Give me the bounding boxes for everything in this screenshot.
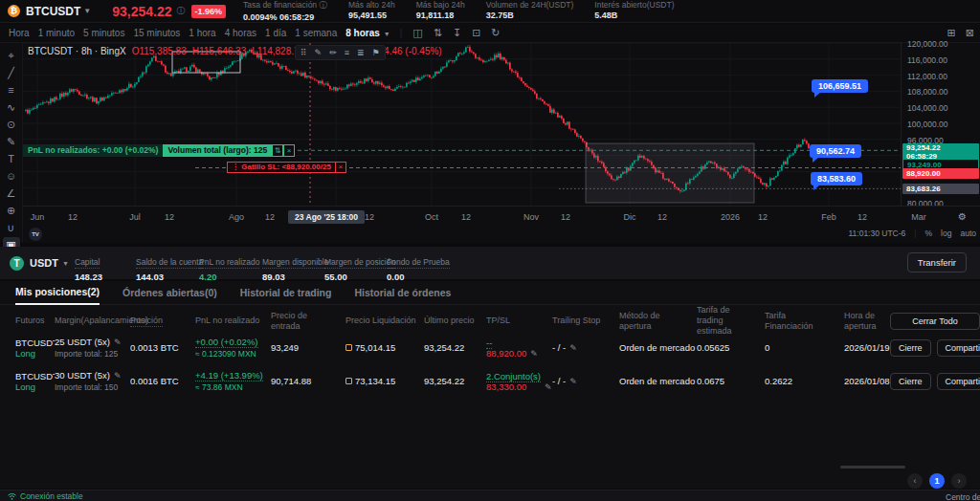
- magnet-icon[interactable]: ∪: [3, 220, 20, 235]
- refresh-icon[interactable]: ↻: [491, 27, 500, 39]
- legend-open: O115,385.83: [132, 46, 187, 56]
- futures-cell: BTCUSDTLong: [15, 371, 55, 392]
- open-time-cell: 2026/01/08 1: [844, 376, 890, 386]
- reverse-position-icon[interactable]: ⇅: [272, 144, 283, 157]
- time-axis-tick: 12: [758, 212, 768, 222]
- timeframe-4-horas[interactable]: 4 horas: [225, 28, 256, 38]
- help-center-link[interactable]: Centro de pron: [946, 492, 980, 501]
- timeframe-1-semana[interactable]: 1 semana: [295, 28, 337, 38]
- timeframe-5-minutos[interactable]: 5 minutos: [83, 28, 124, 38]
- edit-trailing-icon[interactable]: ✎: [569, 343, 577, 353]
- take-profit-value: 2.Conjunto(s): [486, 371, 541, 381]
- time-axis[interactable]: 23 Ago '25 18:00 ⚙ Jun12Jul12Ago1212Oct1…: [23, 206, 980, 227]
- tab-mis-posiciones-[interactable]: Mis posiciones(2): [15, 280, 100, 305]
- timeframe-1-minuto[interactable]: 1 minuto: [38, 28, 75, 38]
- floating-drawing-toolbar[interactable]: ⠿✎✏≡≣⚑: [295, 45, 386, 60]
- export-icon[interactable]: ↧: [453, 27, 461, 39]
- list-lines-icon[interactable]: ≣: [357, 48, 365, 57]
- text-icon[interactable]: T: [3, 151, 20, 166]
- timeframe-active[interactable]: 8 horas ▼: [345, 28, 390, 38]
- edit-margin-icon[interactable]: ✎: [114, 371, 122, 381]
- tab-historial-de-rdenes[interactable]: Historial de órdenes: [354, 281, 451, 304]
- symbol-selector[interactable]: BTCUSDT: [26, 5, 80, 18]
- pattern-icon[interactable]: ∿: [3, 99, 20, 115]
- close-all-button[interactable]: Cerrar Todo: [890, 313, 980, 330]
- layout-grid-icon[interactable]: ⊞: [947, 27, 956, 39]
- last-price: 93,254.22: [112, 4, 171, 19]
- stop-loss-line-label[interactable]: ⋮ Gatillo SL: <88,920.00/25 ×: [227, 162, 346, 173]
- brush-icon[interactable]: ✎: [3, 134, 20, 149]
- ticker-stat: Tasa de financiación ⓘ0.0094% 06:58:29: [243, 0, 327, 22]
- ticker-stat-label: Interés abierto(USDT): [594, 0, 674, 10]
- transfer-button[interactable]: Transferir: [907, 252, 967, 272]
- margin-value: 25 USDT (5x)✎: [55, 337, 124, 347]
- price-scale[interactable]: 93,254.22 06:58:29 93,249.00 88,920.00 8…: [901, 43, 980, 206]
- edit-margin-icon[interactable]: ✎: [114, 338, 122, 347]
- current-page[interactable]: 1: [929, 473, 945, 489]
- side-long: Long: [15, 348, 49, 359]
- prev-page-button[interactable]: ‹: [907, 473, 923, 489]
- share-position-button[interactable]: Compartir: [937, 339, 980, 357]
- fullscreen-icon[interactable]: ⊠: [966, 27, 974, 39]
- share-position-button[interactable]: Compartir: [937, 373, 980, 390]
- edit-tpsl-icon[interactable]: ✎: [545, 382, 552, 392]
- forecast-icon[interactable]: ⊙: [3, 117, 20, 132]
- camera-icon[interactable]: ⊡: [472, 27, 480, 39]
- price-axis-tick: 96,000.00: [907, 136, 944, 145]
- candle-style-icon[interactable]: ◫: [412, 27, 422, 39]
- liquidation-price: 75,014.15: [355, 342, 395, 353]
- column-header-text: Precio Liquidación: [345, 316, 416, 325]
- close-position-button[interactable]: Cierre: [890, 339, 931, 357]
- table-row: BTCUSDTLong25 USDT (5x)✎Importe total: 1…: [0, 331, 980, 364]
- price-alert-bubble[interactable]: 90,562.74: [810, 144, 861, 158]
- trend-line-icon[interactable]: ╱: [3, 65, 20, 80]
- open-method-cell: Orden de mercado: [619, 342, 697, 353]
- position-pnl-label[interactable]: PnL no realizados: +0.00 (+0.02%): [23, 144, 163, 157]
- candlestick-chart[interactable]: [23, 43, 901, 206]
- edit-trailing-icon[interactable]: ✎: [569, 377, 577, 386]
- price-axis-tick: 108,000.00: [907, 87, 948, 97]
- price-alert-bubble[interactable]: 106,659.51: [812, 79, 868, 93]
- close-position-button[interactable]: Cierre: [890, 373, 931, 390]
- marker-icon[interactable]: ✏: [329, 48, 337, 57]
- lines-icon[interactable]: ≡: [345, 48, 349, 57]
- zoom-in-icon[interactable]: ⊕: [3, 203, 20, 218]
- drag-handle-icon[interactable]: ⠿: [301, 48, 307, 57]
- ruler-icon[interactable]: ∠: [3, 185, 20, 201]
- horizontal-scrollbar[interactable]: [840, 466, 905, 468]
- tab--rdenes-abiertas-[interactable]: Órdenes abiertas(0): [122, 281, 217, 304]
- trading-app: ₿ BTCUSDT ▼ 93,254.22 ⓘ -1.96% Tasa de f…: [0, 0, 980, 501]
- last-price-cell: 93,254.22: [424, 342, 486, 353]
- chart-plot[interactable]: BTCUSDT · 8h · BingX O115,385.83 H115,64…: [23, 43, 901, 206]
- timeframe-1-día[interactable]: 1 día: [265, 28, 286, 38]
- percent-scale-toggle[interactable]: %: [925, 229, 933, 238]
- ticker-stat: Interés abierto(USDT)5.48B: [594, 0, 674, 22]
- pencil-icon[interactable]: ✎: [315, 48, 323, 57]
- compare-icon[interactable]: ⇅: [434, 27, 442, 39]
- emoji-icon[interactable]: ☺: [3, 168, 20, 184]
- tradingview-logo[interactable]: TV: [29, 228, 42, 241]
- timeframe-1-hora[interactable]: 1 hora: [189, 28, 215, 38]
- close-position-icon[interactable]: ×: [283, 144, 295, 157]
- next-page-button[interactable]: ›: [951, 473, 967, 489]
- info-icon[interactable]: ⓘ: [177, 5, 186, 17]
- price-alert-bubble[interactable]: 83,583.60: [811, 172, 862, 185]
- edit-tpsl-icon[interactable]: ✎: [530, 349, 538, 359]
- close-icon[interactable]: ×: [336, 162, 346, 173]
- timeframe-15-minutos[interactable]: 15 minutos: [133, 28, 180, 38]
- time-axis-tick: 12: [265, 212, 275, 222]
- tab-historial-de-trading[interactable]: Historial de trading: [240, 281, 332, 304]
- log-scale-toggle[interactable]: log: [941, 229, 951, 238]
- fib-retracement-icon[interactable]: ≡: [3, 82, 20, 98]
- auto-scale-toggle[interactable]: auto: [960, 229, 976, 238]
- gear-icon[interactable]: ⚙: [958, 211, 967, 222]
- open-time-cell: 2026/01/19 1: [844, 342, 890, 353]
- crosshair-icon[interactable]: ⌖: [3, 48, 20, 63]
- account-field-margen-disponible: Margen disponible89.03: [262, 251, 328, 282]
- position-volume-label[interactable]: Volumen total (largo): 125: [163, 144, 272, 157]
- flag-icon[interactable]: ⚑: [372, 48, 380, 57]
- column-header: Hora de apertura: [844, 311, 890, 332]
- currency-selector[interactable]: USDT: [30, 257, 58, 269]
- timeframe-Hora[interactable]: Hora: [9, 28, 30, 38]
- margin-total: Importe total: 125: [55, 349, 124, 359]
